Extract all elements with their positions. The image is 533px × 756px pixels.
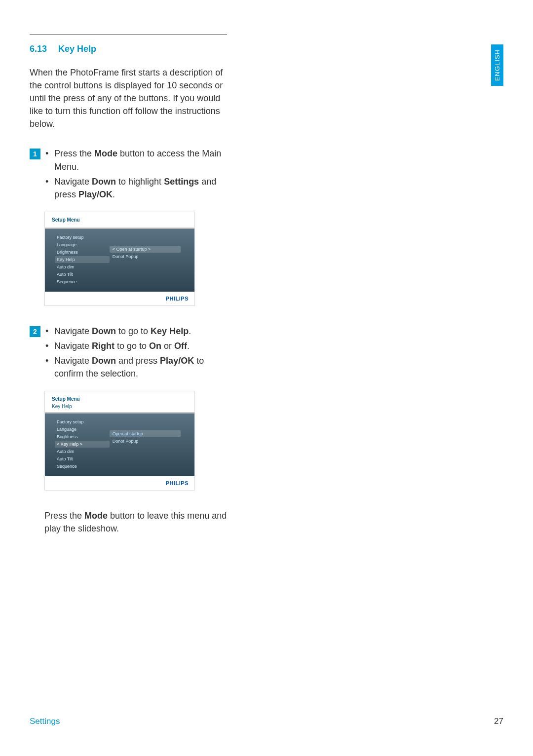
ss1-menu-item-selected: Key Help xyxy=(55,256,110,263)
ss1-menu-item: Factory setup xyxy=(55,234,110,241)
screenshot-2: Setup Menu Key Help Factory setup Langua… xyxy=(44,391,195,491)
screenshot2-panel: Open at startup Donot Popup xyxy=(110,430,181,470)
screenshot1-header: Setup Menu xyxy=(45,212,194,227)
screenshot-1: Setup Menu Factory setup Language Bright… xyxy=(44,212,195,306)
screenshot2-header: Setup Menu Key Help xyxy=(45,391,194,412)
footer-page-number: 27 xyxy=(494,717,503,726)
step-1: 1 Press the Mode button to access the Ma… xyxy=(30,147,227,202)
step1-bullet-2: Navigate Down to highlight Settings and … xyxy=(45,175,227,201)
intro-paragraph: When the PhotoFrame first starts a descr… xyxy=(30,66,227,130)
section-rule xyxy=(30,35,227,35)
ss1-menu-item: Auto dim xyxy=(55,264,110,270)
section-heading: 6.13 Key Help xyxy=(30,44,227,54)
ss1-panel-item-selected: < Open at startup > xyxy=(110,246,181,253)
ss2-menu-item-selected: < Key Help > xyxy=(55,441,110,448)
screenshot2-subtitle: Key Help xyxy=(52,404,188,409)
screenshot1-title: Setup Menu xyxy=(52,217,188,223)
ss2-menu-item: Brightness xyxy=(55,433,110,440)
manual-page: ENGLISH 6.13 Key Help When the PhotoFram… xyxy=(0,0,533,756)
step2-bullet-2: Navigate Right to go to On or Off. xyxy=(45,340,227,352)
section-number: 6.13 xyxy=(30,44,47,54)
step-number: 1 xyxy=(30,149,40,159)
closing-paragraph: Press the Mode button to leave this menu… xyxy=(44,509,227,535)
ss2-menu-item: Auto dim xyxy=(55,448,110,455)
ss1-menu-item: Brightness xyxy=(55,249,110,256)
ss2-panel-item: Donot Popup xyxy=(110,438,181,445)
ss1-menu-item: Sequence xyxy=(55,278,110,285)
screenshot2-body: Factory setup Language Brightness < Key … xyxy=(45,414,194,476)
screenshot1-brand: PHILIPS xyxy=(45,292,194,305)
ss1-menu-item: Language xyxy=(55,241,110,248)
ss1-menu-item: Auto Tilt xyxy=(55,271,110,278)
step-body: Press the Mode button to access the Main… xyxy=(45,147,227,202)
ss2-menu-item: Language xyxy=(55,426,110,433)
step-2: 2 Navigate Down to go to Key Help. Navig… xyxy=(30,325,227,382)
footer-section: Settings xyxy=(30,717,60,726)
step-number: 2 xyxy=(30,326,40,337)
screenshot1-body: Factory setup Language Brightness Key He… xyxy=(45,229,194,292)
step-body: Navigate Down to go to Key Help. Navigat… xyxy=(45,325,227,382)
step1-bullet-1: Press the Mode button to access the Main… xyxy=(45,147,227,173)
language-tab: ENGLISH xyxy=(491,44,503,86)
step2-bullet-1: Navigate Down to go to Key Help. xyxy=(45,325,227,338)
screenshot2-menu: Factory setup Language Brightness < Key … xyxy=(55,418,110,470)
page-footer: Settings 27 xyxy=(30,717,503,726)
screenshot1-menu: Factory setup Language Brightness Key He… xyxy=(55,234,110,286)
content-column: 6.13 Key Help When the PhotoFrame first … xyxy=(30,35,227,535)
screenshot2-title: Setup Menu xyxy=(52,396,188,402)
section-title: Key Help xyxy=(58,44,96,54)
ss2-menu-item: Auto Tilt xyxy=(55,455,110,462)
ss2-menu-item: Factory setup xyxy=(55,418,110,425)
step2-bullet-3: Navigate Down and press Play/OK to confi… xyxy=(45,354,227,380)
ss2-menu-item: Sequence xyxy=(55,463,110,470)
ss2-panel-item-highlight: Open at startup xyxy=(110,430,181,437)
ss1-panel-item: Donot Popup xyxy=(110,253,181,260)
screenshot1-panel: < Open at startup > Donot Popup xyxy=(110,246,181,286)
screenshot2-brand: PHILIPS xyxy=(45,476,194,490)
